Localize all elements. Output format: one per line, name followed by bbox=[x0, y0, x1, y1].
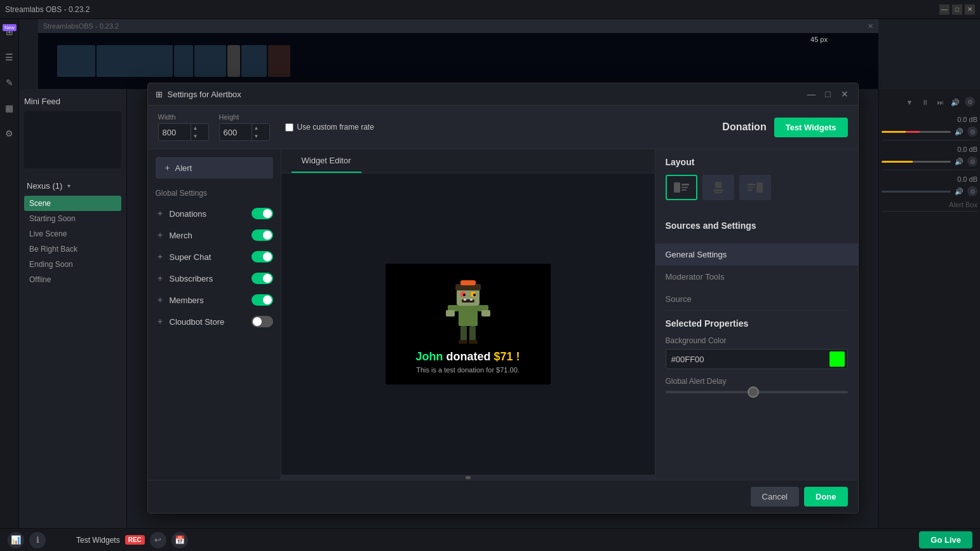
width-down-arrow[interactable]: ▼ bbox=[191, 132, 200, 140]
sidebar-layers-icon[interactable]: ☰ bbox=[2, 50, 17, 65]
super-chat-row[interactable]: ＋ Super Chat bbox=[148, 246, 281, 268]
filter-icon-button[interactable]: ▼ bbox=[904, 97, 915, 108]
audio-slider-row-1: 🔊 ⚙ bbox=[882, 126, 977, 137]
scroll-thumb[interactable] bbox=[466, 476, 471, 479]
sidebar-layout-icon[interactable]: ▦ bbox=[2, 100, 17, 116]
members-toggle[interactable] bbox=[252, 294, 273, 306]
height-up-arrow[interactable]: ▲ bbox=[252, 124, 261, 132]
stats-icon-button[interactable]: 📊 bbox=[8, 532, 24, 548]
modal-close-button[interactable]: ✕ bbox=[839, 88, 850, 100]
done-button[interactable]: Done bbox=[804, 487, 848, 507]
width-input[interactable] bbox=[159, 128, 191, 137]
custom-frame-checkbox[interactable] bbox=[285, 123, 293, 132]
modal-maximize-button[interactable]: □ bbox=[822, 88, 834, 100]
cloudbot-toggle[interactable] bbox=[252, 316, 273, 327]
close-button[interactable]: ✕ bbox=[965, 4, 975, 15]
audio-channel-1: 0.0 dB 🔊 ⚙ bbox=[882, 113, 977, 140]
sidebar-edit-icon[interactable]: ✎ bbox=[2, 75, 17, 90]
channel-settings-1[interactable]: ⚙ bbox=[967, 126, 977, 137]
sources-settings-header: Sources and Settings bbox=[655, 218, 858, 243]
layout-option-2[interactable] bbox=[702, 175, 734, 200]
left-panel: ＋ Alert Global Settings ＋ Donations ＋ Me… bbox=[148, 149, 281, 480]
svg-rect-13 bbox=[446, 310, 455, 316]
nexus-label: Nexus (1) bbox=[27, 181, 62, 191]
preview-bar-label: StreamlabsOBS - 0.23.2 bbox=[43, 22, 119, 30]
width-up-arrow[interactable]: ▲ bbox=[191, 124, 200, 132]
svg-rect-29 bbox=[748, 189, 753, 191]
bg-color-input-row bbox=[666, 349, 848, 369]
merch-label: Merch bbox=[170, 231, 252, 240]
test-widgets-button[interactable]: Test Widgets bbox=[774, 118, 848, 137]
mute-icon-button-1[interactable]: 🔊 bbox=[953, 126, 965, 137]
mini-feed-content bbox=[24, 111, 121, 168]
donated-text: donated bbox=[446, 350, 493, 363]
volume-icon-button[interactable]: 🔊 bbox=[950, 97, 961, 108]
general-settings-item[interactable]: General Settings bbox=[655, 243, 858, 266]
height-down-arrow[interactable]: ▼ bbox=[252, 132, 261, 140]
layout-option-1[interactable] bbox=[666, 175, 697, 200]
delay-slider[interactable] bbox=[666, 391, 848, 393]
audio-slider-3[interactable] bbox=[882, 191, 951, 193]
cloudbot-store-row[interactable]: ＋ Cloudbot Store bbox=[148, 311, 281, 332]
alert-btn-label: Alert bbox=[175, 163, 192, 173]
merch-row[interactable]: ＋ Merch bbox=[148, 224, 281, 246]
svg-rect-21 bbox=[681, 187, 688, 188]
scroll-bar[interactable] bbox=[281, 475, 655, 480]
audio-slider-2[interactable] bbox=[882, 161, 951, 163]
widget-editor-tab[interactable]: Widget Editor bbox=[292, 149, 361, 173]
modal-icon: ⊞ bbox=[156, 90, 163, 99]
scene-item-scene[interactable]: Scene bbox=[24, 196, 121, 211]
go-live-button[interactable]: Go Live bbox=[919, 531, 972, 548]
cancel-button[interactable]: Cancel bbox=[751, 487, 799, 507]
audio-slider-1[interactable] bbox=[882, 131, 951, 133]
calendar-icon-button[interactable]: 📅 bbox=[171, 532, 188, 548]
alert-preview-area: John donated $71 ! This is a test donati… bbox=[281, 173, 655, 475]
donations-toggle[interactable] bbox=[252, 208, 273, 219]
svg-rect-1 bbox=[457, 288, 480, 306]
cloudbot-expand-icon: ＋ bbox=[156, 316, 164, 327]
cloudbot-store-label: Cloudbot Store bbox=[170, 317, 252, 327]
modal-minimize-button[interactable]: — bbox=[806, 88, 817, 100]
gear-icon-button[interactable]: ⚙ bbox=[965, 97, 975, 107]
custom-frame-group: Use custom frame rate bbox=[285, 123, 374, 132]
test-widgets-label: Test Widgets bbox=[76, 536, 120, 545]
channel-settings-2[interactable]: ⚙ bbox=[967, 156, 977, 167]
height-input[interactable] bbox=[220, 128, 252, 137]
mute-icon-button-3[interactable]: 🔊 bbox=[953, 186, 965, 197]
audio-slider-row-2: 🔊 ⚙ bbox=[882, 156, 977, 167]
svg-rect-26 bbox=[756, 182, 763, 193]
color-swatch[interactable] bbox=[829, 351, 845, 367]
rewind-icon-button[interactable]: ↩ bbox=[150, 532, 166, 548]
mute-icon-button-2[interactable]: 🔊 bbox=[953, 156, 965, 167]
scene-item-offline[interactable]: Offline bbox=[24, 272, 121, 287]
sidebar-settings-icon[interactable]: ⚙ bbox=[2, 126, 17, 141]
app-title: Streamlabs OBS - 0.23.2 bbox=[5, 5, 939, 14]
subscribers-row[interactable]: ＋ Subscribers bbox=[148, 268, 281, 289]
rec-badge[interactable]: REC bbox=[125, 535, 145, 545]
super-chat-toggle[interactable] bbox=[252, 251, 273, 262]
scene-item-live-scene[interactable]: Live Scene bbox=[24, 226, 121, 241]
minimize-button[interactable]: — bbox=[939, 4, 950, 15]
bg-color-input[interactable] bbox=[666, 355, 829, 364]
scene-item-starting-soon[interactable]: Starting Soon bbox=[24, 211, 121, 226]
merch-toggle[interactable] bbox=[252, 229, 273, 241]
donations-row[interactable]: ＋ Donations bbox=[148, 203, 281, 224]
members-row[interactable]: ＋ Members bbox=[148, 289, 281, 311]
source-item[interactable]: Source bbox=[655, 288, 858, 310]
audio-channel-3: 0.0 dB 🔊 ⚙ Alert Box bbox=[882, 173, 977, 212]
info-icon-button[interactable]: ℹ bbox=[29, 532, 46, 548]
moderator-tools-item[interactable]: Moderator Tools bbox=[655, 266, 858, 288]
scene-item-be-right-back[interactable]: Be Right Back bbox=[24, 241, 121, 257]
channel-settings-3[interactable]: ⚙ bbox=[967, 186, 977, 196]
pause-icon-button[interactable]: ⏸ bbox=[919, 97, 930, 108]
add-alert-button[interactable]: ＋ Alert bbox=[156, 157, 273, 179]
nexus-header[interactable]: Nexus (1) ▾ bbox=[24, 179, 121, 193]
delay-handle[interactable] bbox=[748, 386, 759, 398]
skip-icon-button[interactable]: ⏭ bbox=[934, 97, 946, 108]
subscribers-toggle[interactable] bbox=[252, 273, 273, 284]
layout-option-3[interactable] bbox=[739, 175, 771, 200]
maximize-button[interactable]: □ bbox=[952, 4, 962, 15]
scene-item-ending-soon[interactable]: Ending Soon bbox=[24, 257, 121, 272]
modal-header: Width ▲ ▼ Height bbox=[148, 105, 858, 149]
svg-rect-18 bbox=[469, 340, 478, 344]
